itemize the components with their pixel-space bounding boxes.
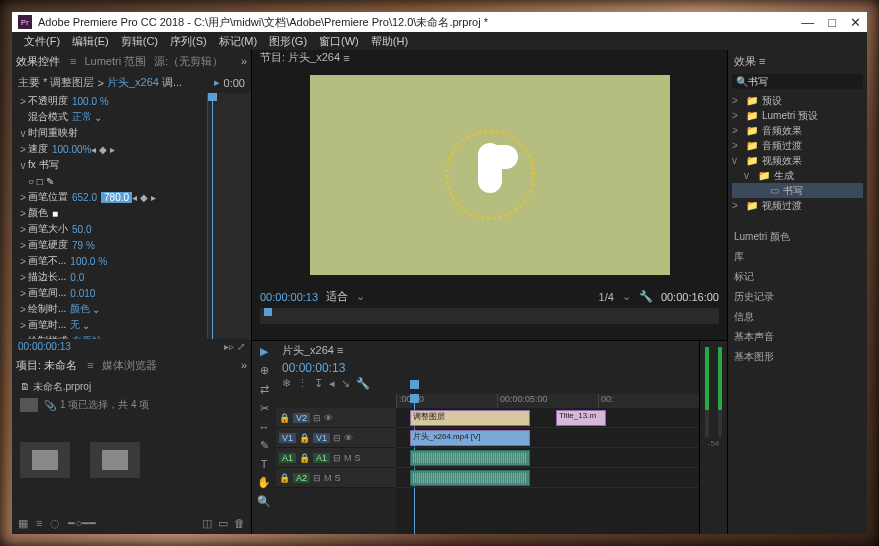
snap-icon[interactable]: ❄ <box>282 377 291 390</box>
prop-timeremap[interactable]: 时间重映射 <box>28 126 78 140</box>
twirl-icon[interactable]: > <box>18 304 28 315</box>
prop-stroke-len[interactable]: 描边长... <box>28 270 66 284</box>
slip-tool-icon[interactable]: ↔ <box>259 421 270 433</box>
panel-essential-graphics[interactable]: 基本图形 <box>734 347 861 367</box>
val-brush-time[interactable]: 无 <box>70 318 80 332</box>
prop-brush-size[interactable]: 画笔大小 <box>28 222 68 236</box>
panel-info[interactable]: 信息 <box>734 307 861 327</box>
type-tool-icon[interactable]: T <box>261 458 268 470</box>
prop-speed[interactable]: 速度 <box>28 142 48 156</box>
fx-folder-audio-trans[interactable]: >📁音频过渡 <box>732 138 863 153</box>
menu-file[interactable]: 文件(F) <box>20 34 64 49</box>
val-brush-x[interactable]: 652.0 <box>72 192 97 203</box>
menu-window[interactable]: 窗口(W) <box>315 34 363 49</box>
solo-icon[interactable]: S <box>355 453 361 463</box>
lock-icon[interactable]: 🔒 <box>279 413 290 423</box>
twirl-icon[interactable]: v <box>18 160 28 171</box>
project-item[interactable] <box>90 442 140 478</box>
twirl-icon[interactable]: > <box>18 256 28 267</box>
panel-libraries[interactable]: 库 <box>734 247 861 267</box>
twirl-icon[interactable]: > <box>18 320 28 331</box>
tab-effects[interactable]: 效果 <box>734 54 756 69</box>
close-button[interactable]: ✕ <box>850 15 861 30</box>
val-brush-y[interactable]: 780.0 <box>101 192 132 203</box>
twirl-icon[interactable]: > <box>18 272 28 283</box>
twirl-icon[interactable]: > <box>18 208 28 219</box>
twirl-icon[interactable]: > <box>18 144 28 155</box>
razor-tool-icon[interactable]: ✂ <box>260 402 269 415</box>
track-v2[interactable]: V2 <box>293 413 310 423</box>
tab-effect-controls[interactable]: 效果控件 <box>16 54 60 69</box>
tab-sequence[interactable]: 片头_x264 <box>282 343 334 358</box>
clip-audio[interactable] <box>410 450 530 466</box>
mask-tools[interactable]: ○ □ ✎ <box>28 176 54 187</box>
program-tc-left[interactable]: 00:00:00:13 <box>260 291 318 303</box>
fx-folder-video-trans[interactable]: >📁视频过渡 <box>732 198 863 213</box>
ec-keyframe-area[interactable] <box>207 93 251 339</box>
twirl-icon[interactable]: v <box>18 128 28 139</box>
val-color[interactable]: ■ <box>52 208 58 219</box>
program-scrubber[interactable] <box>260 308 719 324</box>
video-canvas[interactable] <box>252 65 727 285</box>
prop-brush-pos[interactable]: 画笔位置 <box>28 190 68 204</box>
twirl-icon[interactable]: > <box>18 96 28 107</box>
tl-icon4[interactable]: ◂ <box>329 377 335 390</box>
project-item[interactable] <box>20 442 70 478</box>
ec-head-arrow-icon[interactable]: ▸ <box>214 76 220 89</box>
mute-icon[interactable]: M <box>344 453 352 463</box>
prop-brush-hard[interactable]: 画笔硬度 <box>28 238 68 252</box>
effect-write[interactable]: fx 书写 <box>28 158 59 172</box>
src-a1[interactable]: A1 <box>279 453 296 463</box>
eye-icon[interactable]: 👁 <box>344 433 353 443</box>
tab-lumetri-scopes[interactable]: Lumetri 范围 <box>84 54 146 69</box>
clip-adjustment[interactable]: 调整图层 <box>410 410 530 426</box>
fx-folder-video-fx[interactable]: v📁视频效果 <box>732 153 863 168</box>
tl-icon5[interactable]: ↘ <box>341 377 350 390</box>
track-select-tool-icon[interactable]: ⊕ <box>260 364 269 377</box>
val-brush-spacing[interactable]: 0.010 <box>70 288 95 299</box>
val-brush-size[interactable]: 50.0 <box>72 224 91 235</box>
tab-source[interactable]: 源:（无剪辑） <box>154 54 223 69</box>
mute-icon[interactable]: M <box>324 473 332 483</box>
freeform-icon[interactable]: ◌ <box>50 517 60 530</box>
marker-add-icon[interactable]: ↧ <box>314 377 323 390</box>
src-v1[interactable]: V1 <box>279 433 296 443</box>
tabs-overflow-icon[interactable]: » <box>241 359 247 371</box>
panel-essential-sound[interactable]: 基本声音 <box>734 327 861 347</box>
panel-menu-icon[interactable]: ≡ <box>340 52 349 64</box>
linked-sel-icon[interactable]: ⋮ <box>297 377 308 390</box>
fx-write-on[interactable]: ▭书写 <box>732 183 863 198</box>
panel-markers[interactable]: 标记 <box>734 267 861 287</box>
fx-folder-generate[interactable]: v📁生成 <box>732 168 863 183</box>
val-opacity[interactable]: 100.0 % <box>72 96 109 107</box>
menu-help[interactable]: 帮助(H) <box>367 34 412 49</box>
twirl-icon[interactable]: > <box>18 192 28 203</box>
tab-program[interactable]: 节目: 片头_x264 <box>260 50 340 65</box>
lock-icon[interactable]: 🔒 <box>279 473 290 483</box>
panel-menu-icon[interactable]: ≡ <box>334 344 343 356</box>
prop-brush-spacing[interactable]: 画笔间... <box>28 286 66 300</box>
prop-paint-time[interactable]: 绘制时... <box>28 302 66 316</box>
val-blend[interactable]: 正常 <box>72 110 92 124</box>
lock-icon[interactable]: 🔒 <box>299 433 310 443</box>
prop-paint-style[interactable]: 绘制样式 <box>28 334 68 339</box>
icon-view-icon[interactable]: ≡ <box>36 517 42 530</box>
panel-lumetri-color[interactable]: Lumetri 颜色 <box>734 227 861 247</box>
eye-icon[interactable]: 👁 <box>324 413 333 423</box>
hand-tool-icon[interactable]: ✋ <box>257 476 271 489</box>
val-stroke-len[interactable]: 0.0 <box>70 272 84 283</box>
track-v1[interactable]: V1 <box>313 433 330 443</box>
twirl-icon[interactable]: > <box>18 224 28 235</box>
val-paint-style[interactable]: 在原始... <box>72 334 110 339</box>
panel-menu-icon[interactable]: ≡ <box>70 55 76 67</box>
new-bin-icon[interactable]: ◫ <box>202 517 212 530</box>
time-ruler[interactable]: :00:00 00:00:05:00 00: <box>396 394 699 408</box>
prop-brush-time[interactable]: 画笔时... <box>28 318 66 332</box>
val-speed[interactable]: 100.00% <box>52 144 91 155</box>
track-a1[interactable]: A1 <box>313 453 330 463</box>
fx-folder-presets[interactable]: >📁预设 <box>732 93 863 108</box>
zoom-tool-icon[interactable]: 🔍 <box>257 495 271 508</box>
zoom-bar[interactable] <box>260 328 719 336</box>
panel-menu-icon[interactable]: ≡ <box>756 55 765 67</box>
ec-foot-icons[interactable]: ▸▹ ⤢ <box>224 341 245 352</box>
